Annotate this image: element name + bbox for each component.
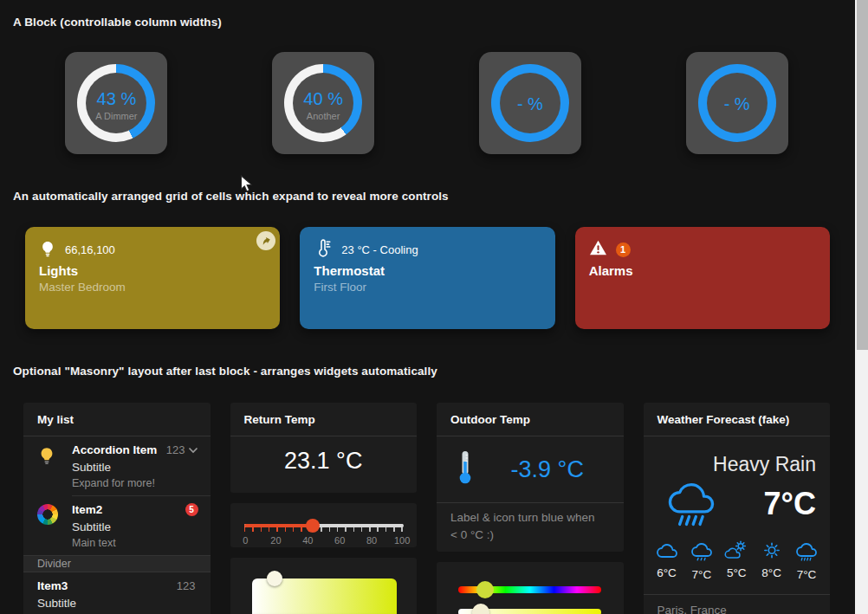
lights-status: 66,16,100 xyxy=(65,243,115,256)
picker-handle[interactable] xyxy=(267,571,282,586)
alarm-count-badge: 1 xyxy=(616,242,631,257)
outdoor-temp-header: Outdoor Temp xyxy=(437,403,624,436)
list-item-accordion[interactable]: Accordion Item 123 Subtitle Expand for m… xyxy=(23,436,211,495)
outdoor-temp-panel: Outdoor Temp -3.9 °C Label & icon turn b… xyxy=(437,403,624,552)
gauge-ring: 43 % A Dimmer xyxy=(77,64,155,142)
color-picker-box[interactable] xyxy=(252,578,398,614)
dashboard-screen: A Block (controllable column widths) 43 … xyxy=(0,0,868,614)
count-badge: 5 xyxy=(185,503,198,516)
tick-label: 80 xyxy=(366,535,377,546)
slider-tick-labels: 0 20 40 60 80 100 xyxy=(244,535,405,546)
gauge-label: Another xyxy=(307,111,340,122)
tick-label: 0 xyxy=(243,535,248,546)
forecast-cell: 7°C xyxy=(791,540,822,581)
outdoor-value-row: -3.9 °C xyxy=(437,436,624,503)
saturation-slider[interactable] xyxy=(458,609,601,614)
cloud-icon xyxy=(654,549,680,564)
scrollbar-track[interactable] xyxy=(855,0,868,614)
share-button[interactable] xyxy=(256,231,275,250)
list-item-value: 123 xyxy=(177,579,196,592)
masonry-col-1: My list Accordion Item 123 Subt xyxy=(23,403,211,614)
list-item-title: Accordion Item xyxy=(72,443,166,456)
slider-fill xyxy=(244,524,313,527)
gauge-label: A Dimmer xyxy=(95,111,137,122)
note-line-1: Label & icon turn blue when xyxy=(450,509,595,527)
masonry-col-2: Return Temp 23.1 °C 0 20 40 60 xyxy=(230,403,418,614)
forecast-cell: 7°C xyxy=(686,540,717,581)
list-item-subtitle: Subtitle xyxy=(37,596,198,611)
thermometer-icon xyxy=(314,237,333,262)
tick-label: 20 xyxy=(270,535,281,546)
alert-triangle-icon xyxy=(589,240,607,259)
thermostat-title: Thermostat xyxy=(314,263,541,278)
thermostat-status: 23 °C - Cooling xyxy=(341,243,418,256)
list-item-body: Accordion Item 123 Subtitle Expand for m… xyxy=(72,442,198,490)
pouring-rain-icon xyxy=(668,479,715,533)
weather-panel: Weather Forecast (fake) Heavy Rain 7°C 6… xyxy=(644,403,831,614)
return-temp-header: Return Temp xyxy=(230,403,418,436)
my-list-header: My list xyxy=(23,403,211,436)
gauge-value: - % xyxy=(517,94,543,114)
heading-masonry: Optional "Masonry" layout after last blo… xyxy=(13,365,437,378)
list-item-text: Main text xyxy=(72,536,198,550)
gauge-tile-dimmer[interactable]: 43 % A Dimmer xyxy=(65,52,167,154)
gauge-center: 43 % A Dimmer xyxy=(86,73,146,133)
entity-cells: 66,16,100 Lights Master Bedroom 23 °C - … xyxy=(25,227,830,329)
saturation-thumb[interactable] xyxy=(472,604,489,614)
gauge-center: - % xyxy=(500,73,560,133)
gauge-tile-empty-2[interactable]: - % xyxy=(686,52,788,154)
list-item-title: Item3 xyxy=(37,579,177,592)
list-item-title-row: Accordion Item 123 xyxy=(72,442,198,458)
lightbulb-icon xyxy=(39,239,56,261)
gauge-tile-empty-1[interactable]: - % xyxy=(479,52,581,154)
forecast-temp: 8°C xyxy=(756,566,787,579)
gauge-ring: 40 % Another xyxy=(284,64,362,142)
gauge-tile-another[interactable]: 40 % Another xyxy=(272,52,374,154)
masonry-grid: My list Accordion Item 123 Subt xyxy=(23,403,830,614)
weather-divider xyxy=(644,594,831,595)
scrollbar-thumb[interactable] xyxy=(857,0,868,350)
masonry-col-3: Outdoor Temp -3.9 °C Label & icon turn b… xyxy=(437,403,624,614)
gauge-center: 40 % Another xyxy=(293,73,353,133)
partly-sunny-icon xyxy=(723,549,749,564)
tick-label: 100 xyxy=(394,535,410,546)
slider-thumb[interactable] xyxy=(306,519,320,533)
hue-thumb[interactable] xyxy=(476,581,494,598)
forecast-cell: 6°C xyxy=(651,540,683,581)
rain-icon xyxy=(689,551,715,566)
lights-title: Lights xyxy=(39,263,266,278)
tick-label: 40 xyxy=(302,535,313,546)
gauge-row: 43 % A Dimmer 40 % Another - % xyxy=(13,52,840,154)
lights-cell[interactable]: 66,16,100 Lights Master Bedroom xyxy=(25,227,280,329)
lightbulb-icon xyxy=(37,442,72,490)
forecast-temp: 7°C xyxy=(686,568,717,581)
masonry-col-4: Weather Forecast (fake) Heavy Rain 7°C 6… xyxy=(644,403,831,614)
gauge-value: - % xyxy=(724,94,750,114)
hue-slider[interactable] xyxy=(458,586,601,593)
list-item-3[interactable]: Item3 123 Subtitle Main text xyxy=(23,572,211,614)
gauge-ring: - % xyxy=(491,64,569,142)
list-item-body: Item2 5 Subtitle Main text xyxy=(72,501,198,550)
alarms-cell[interactable]: 1 Alarms xyxy=(575,227,830,329)
list-item-title-row: Item2 5 xyxy=(72,501,198,518)
tick-label: 60 xyxy=(334,535,345,546)
list-item-subtitle: Subtitle xyxy=(72,520,198,534)
forecast-temp: 7°C xyxy=(791,568,822,581)
list-item-subtitle: Subtitle xyxy=(72,460,198,475)
color-picker-panel xyxy=(230,558,418,614)
weather-condition: Heavy Rain xyxy=(713,453,816,476)
list-item-body: Item3 123 Subtitle Main text xyxy=(37,578,198,614)
temp-slider-panel: 0 20 40 60 80 100 xyxy=(230,503,418,547)
forecast-temp: 5°C xyxy=(721,566,752,579)
pouring-rain-icon xyxy=(794,551,819,566)
forecast-row: 6°C 7°C 5°C xyxy=(651,540,823,581)
list-item-value: 123 xyxy=(166,443,185,456)
chevron-down-icon[interactable] xyxy=(188,447,198,454)
gauge-center: - % xyxy=(707,73,768,133)
thermostat-cell[interactable]: 23 °C - Cooling Thermostat First Floor xyxy=(300,227,554,329)
list-item-2[interactable]: Item2 5 Subtitle Main text xyxy=(23,496,211,555)
lights-subtitle: Master Bedroom xyxy=(39,281,266,294)
temp-slider[interactable]: 0 20 40 60 80 100 xyxy=(244,524,405,545)
gauge-value: 43 % xyxy=(97,89,137,109)
share-arrow-icon xyxy=(259,234,273,248)
